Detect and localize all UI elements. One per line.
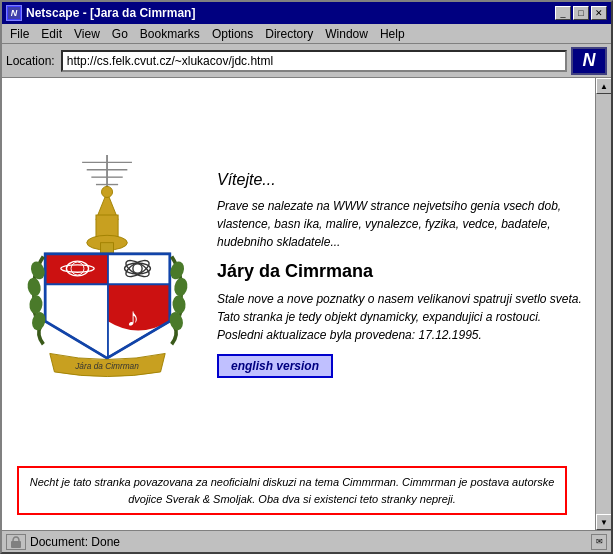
welcome-title: Vítejte... [217,171,587,189]
svg-point-35 [172,276,188,296]
maximize-button[interactable]: □ [573,6,589,20]
disclaimer-text: Necht je tato stranka povazovana za neof… [27,474,557,507]
menu-options[interactable]: Options [206,25,259,43]
content-area: ▲ ▼ [2,78,611,530]
svg-rect-25 [62,304,66,310]
svg-point-36 [171,294,185,314]
status-security-icon [6,534,26,550]
hero-name: Járy da Cimrmana [217,261,587,282]
intro-text: Prave se nalezate na WWW strance nejvets… [217,197,587,251]
right-text-section: Vítejte... Prave se nalezate na WWW stra… [212,88,587,461]
menu-window[interactable]: Window [319,25,374,43]
minimize-button[interactable]: _ [555,6,571,20]
status-bar: Document: Done ✉ [2,530,611,552]
scroll-track [596,94,611,514]
menu-view[interactable]: View [68,25,106,43]
svg-text:♪: ♪ [126,302,139,331]
scroll-down-button[interactable]: ▼ [596,514,611,530]
svg-point-31 [26,276,42,296]
status-right: ✉ [591,534,607,550]
svg-point-8 [101,186,112,197]
svg-text:Jára da Cimrman: Jára da Cimrman [74,361,139,371]
title-bar: N Netscape - [Jara da Cimrman] _ □ ✕ [2,2,611,24]
description-text: Stale nove a nove poznatky o nasem velik… [217,290,587,344]
disclaimer-box: Necht je tato stranka povazovana za neof… [17,466,567,515]
svg-text:N: N [11,8,18,18]
menu-bookmarks[interactable]: Bookmarks [134,25,206,43]
menu-edit[interactable]: Edit [35,25,68,43]
coat-of-arms-svg: ♪ [20,155,195,395]
title-buttons: _ □ ✕ [555,6,607,20]
window-title: Netscape - [Jara da Cimrman] [26,6,195,20]
location-input[interactable] [61,50,567,72]
svg-rect-23 [71,295,77,299]
toolbar: Location: N [2,44,611,78]
svg-rect-39 [11,541,21,548]
menu-bar: File Edit View Go Bookmarks Options Dire… [2,24,611,44]
location-label: Location: [6,54,55,68]
svg-rect-11 [100,242,113,253]
scroll-bar: ▲ ▼ [595,78,611,530]
status-text: Document: Done [30,535,120,549]
svg-rect-24 [71,315,77,319]
main-section: ♪ [12,88,587,461]
page-content: ♪ [2,78,611,530]
netscape-logo: N [571,47,607,75]
coat-of-arms: ♪ [12,88,202,461]
close-button[interactable]: ✕ [591,6,607,20]
status-email-icon[interactable]: ✉ [591,534,607,550]
scroll-up-button[interactable]: ▲ [596,78,611,94]
title-bar-left: N Netscape - [Jara da Cimrman] [6,5,195,21]
app-icon: N [6,5,22,21]
svg-point-32 [28,294,42,314]
english-version-button[interactable]: english version [217,354,333,378]
menu-directory[interactable]: Directory [259,25,319,43]
menu-file[interactable]: File [4,25,35,43]
menu-go[interactable]: Go [106,25,134,43]
window: N Netscape - [Jara da Cimrman] _ □ ✕ Fil… [0,0,613,554]
menu-help[interactable]: Help [374,25,411,43]
